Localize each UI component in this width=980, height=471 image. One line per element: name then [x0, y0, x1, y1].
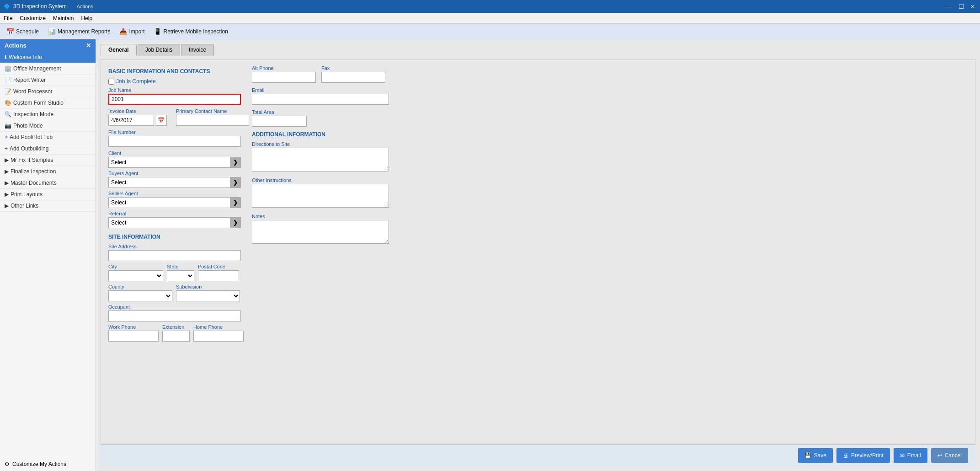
sidebar-title: Actions [5, 42, 27, 49]
postal-code-input[interactable] [198, 270, 239, 281]
client-arrow-button[interactable]: ❯ [230, 157, 241, 168]
notes-label: Notes [252, 214, 968, 219]
sidebar-item-finalize-inspection[interactable]: ▶ Finalize Inspection [0, 166, 96, 177]
sidebar-item-welcome-info[interactable]: ℹ Welcome Info [0, 52, 96, 63]
cancel-button[interactable]: ↩ Cancel [931, 448, 968, 463]
sidebar-item-label: Photo Mode [13, 123, 43, 129]
schedule-button[interactable]: 📅 Schedule [4, 27, 42, 36]
sidebar-close-icon[interactable]: ✕ [86, 42, 91, 49]
menu-maintain[interactable]: Maintain [53, 15, 74, 21]
sidebar-item-add-outbuilding[interactable]: + Add Outbuilding [0, 143, 96, 155]
sellers-agent-arrow-button[interactable]: ❯ [230, 197, 241, 208]
email-input[interactable] [252, 94, 389, 105]
sidebar-item-mr-fix-it[interactable]: ▶ Mr Fix It Samples [0, 155, 96, 166]
alt-phone-input[interactable] [252, 72, 316, 83]
import-icon: 📥 [119, 28, 127, 35]
tab-general[interactable]: General [101, 44, 137, 56]
occupant-input[interactable] [108, 310, 241, 321]
inspection-icon: 🔍 [5, 111, 11, 118]
mgmt-reports-icon: 📊 [48, 28, 56, 35]
minimize-button[interactable]: — [944, 3, 954, 10]
alt-phone-label: Alt Phone [252, 65, 316, 71]
sidebar-item-add-pool[interactable]: + Add Pool/Hot Tub [0, 132, 96, 143]
management-reports-button[interactable]: 📊 Management Reports [45, 27, 113, 36]
buyers-agent-arrow-button[interactable]: ❯ [230, 177, 241, 188]
client-input[interactable] [108, 157, 230, 168]
import-button[interactable]: 📥 Import [117, 27, 147, 36]
print-icon: 🖨 [843, 452, 848, 459]
tab-invoice[interactable]: Invoice [181, 44, 214, 56]
import-label: Import [129, 28, 144, 35]
close-button[interactable]: × [969, 3, 976, 10]
sidebar-item-office-management[interactable]: 🏢 Office Management [0, 63, 96, 75]
sidebar-item-inspection-mode[interactable]: 🔍 Inspection Mode [0, 109, 96, 120]
email-button[interactable]: ✉ Email [894, 448, 927, 463]
menu-file[interactable]: File [4, 15, 12, 21]
menu-help[interactable]: Help [81, 15, 92, 21]
fax-input[interactable] [321, 72, 385, 83]
additional-info-title: ADDITIONAL INFORMATION [252, 131, 968, 138]
total-area-input[interactable] [252, 116, 307, 127]
sellers-agent-label: Sellers Agent [108, 191, 241, 196]
total-area-label: Total Area [252, 109, 968, 115]
preview-print-button[interactable]: 🖨 Preview/Print [836, 448, 890, 463]
directions-input[interactable] [252, 148, 389, 171]
add-outbuilding-icon: + [5, 145, 8, 152]
buyers-agent-label: Buyers Agent [108, 171, 241, 176]
preview-print-label: Preview/Print [851, 452, 884, 459]
tab-bar: General Job Details Invoice [101, 44, 975, 56]
master-docs-icon: ▶ [5, 180, 9, 186]
city-select[interactable] [108, 270, 163, 281]
sidebar-item-label: Custom Form Studio [13, 100, 64, 106]
app-icon: 🔷 [4, 3, 11, 10]
site-address-input[interactable] [108, 250, 241, 261]
county-select[interactable] [108, 290, 172, 301]
sidebar-item-label: Mr Fix It Samples [11, 157, 53, 163]
primary-contact-input[interactable] [176, 115, 249, 126]
customize-actions-button[interactable]: ⚙ Customize My Actions [0, 457, 96, 471]
sidebar-item-other-links[interactable]: ▶ Other Links [0, 200, 96, 212]
report-icon: 📄 [5, 77, 11, 83]
home-phone-input[interactable] [193, 331, 244, 342]
site-info-title: SITE INFORMATION [108, 234, 241, 240]
tab-job-details[interactable]: Job Details [138, 44, 180, 56]
customize-icon: ⚙ [5, 461, 10, 467]
save-button[interactable]: 💾 Save [798, 448, 833, 463]
sidebar-item-word-processor[interactable]: 📝 Word Processor [0, 86, 96, 97]
referral-input[interactable] [108, 217, 230, 228]
site-address-label: Site Address [108, 244, 241, 249]
retrieve-mobile-button[interactable]: 📱 Retrieve Mobile Inspection [151, 27, 230, 36]
state-select[interactable] [167, 270, 194, 281]
buyers-agent-input[interactable] [108, 177, 230, 188]
sidebar-item-master-documents[interactable]: ▶ Master Documents [0, 177, 96, 189]
work-phone-input[interactable] [108, 331, 159, 342]
sidebar-item-report-writer[interactable]: 📄 Report Writer [0, 75, 96, 86]
subdivision-select[interactable] [176, 290, 240, 301]
file-number-input[interactable] [108, 136, 241, 147]
job-complete-label: Job Is Complete [116, 78, 156, 85]
menu-customize[interactable]: Customize [20, 15, 46, 21]
cancel-label: Cancel [945, 452, 962, 459]
sidebar-item-print-layouts[interactable]: ▶ Print Layouts [0, 189, 96, 200]
other-instructions-input[interactable] [252, 184, 389, 208]
notes-input[interactable] [252, 220, 389, 244]
job-name-input[interactable] [108, 94, 241, 105]
finalize-icon: ▶ [5, 168, 9, 175]
main-area: General Job Details Invoice BASIC INFORM… [96, 39, 980, 471]
sidebar-item-label: Inspection Mode [13, 111, 53, 118]
sidebar-item-custom-form-studio[interactable]: 🎨 Custom Form Studio [0, 97, 96, 109]
restore-button[interactable]: ☐ [957, 3, 966, 10]
postal-code-label: Postal Code [198, 264, 239, 269]
extension-input[interactable] [162, 331, 190, 342]
referral-arrow-button[interactable]: ❯ [230, 217, 241, 228]
sidebar-header: Actions ✕ [0, 39, 96, 52]
work-phone-label: Work Phone [108, 324, 159, 330]
job-complete-checkbox[interactable] [108, 79, 114, 85]
invoice-date-input[interactable] [108, 115, 154, 126]
schedule-icon: 📅 [6, 28, 14, 35]
calendar-button[interactable]: 📅 [156, 115, 167, 126]
form-studio-icon: 🎨 [5, 100, 11, 106]
sellers-agent-input[interactable] [108, 197, 230, 208]
sidebar-item-photo-mode[interactable]: 📷 Photo Mode [0, 120, 96, 132]
sidebar-item-label: Add Pool/Hot Tub [10, 134, 53, 140]
